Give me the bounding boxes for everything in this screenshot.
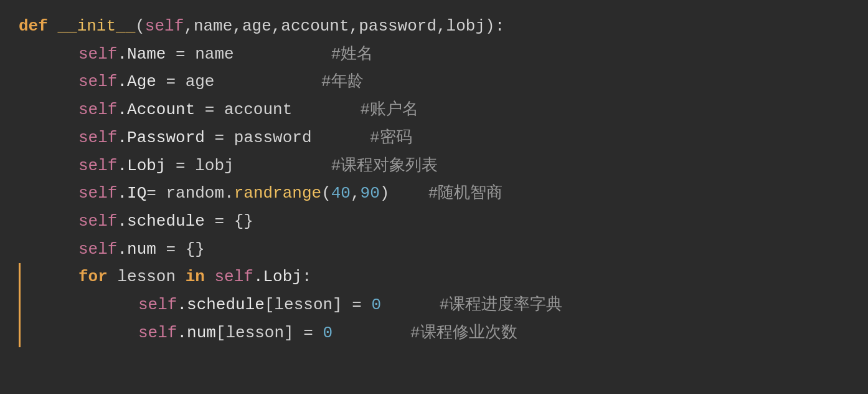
line-num-assign: self.num[lesson] = 0 #课程修业次数 bbox=[19, 319, 849, 347]
code-token-number-blue: 90 bbox=[361, 180, 380, 208]
code-token-param-white: age bbox=[242, 12, 271, 41]
code-token-attr-white: .num bbox=[177, 319, 215, 347]
code-token-op-white: , bbox=[184, 12, 194, 41]
code-token-op-white: , bbox=[436, 12, 446, 41]
code-token-op-white: = bbox=[205, 208, 234, 236]
code-token-number-blue: 0 bbox=[323, 319, 333, 347]
code-token-op-white: ] bbox=[333, 291, 342, 319]
code-token-op-white: = bbox=[294, 319, 323, 347]
code-token-attr-white: .Password bbox=[117, 124, 204, 152]
code-token-param-white: account bbox=[224, 96, 292, 124]
code-token-op-white: . bbox=[224, 180, 234, 208]
code-token-op-white: ( bbox=[321, 180, 331, 208]
code-token-comment-gray: #账户名 bbox=[292, 96, 418, 124]
code-token-fn-yellow: randrange bbox=[234, 180, 321, 208]
line-def: def __init__(self,name,age,account,passw… bbox=[19, 12, 849, 41]
code-token-param-white: lobj bbox=[195, 152, 234, 180]
code-token-op-white: [ bbox=[216, 319, 226, 347]
code-token-op-white: = bbox=[342, 291, 372, 319]
code-token-comment-gray: #课程对象列表 bbox=[234, 152, 438, 180]
code-token-self-pink: self bbox=[78, 236, 117, 264]
code-token-brace-white: {} bbox=[186, 236, 205, 264]
code-editor: def __init__(self,name,age,account,passw… bbox=[0, 0, 868, 394]
code-token-op-white: = bbox=[156, 68, 186, 96]
code-token-op-white: ) bbox=[380, 180, 390, 208]
code-token-comment-gray: #密码 bbox=[312, 124, 412, 152]
code-token-attr-white: .schedule bbox=[117, 208, 204, 236]
code-token-attr-white: .Name bbox=[117, 41, 166, 69]
code-token-param-white: lobj bbox=[446, 12, 485, 41]
line-lobj: self.Lobj = lobj #课程对象列表 bbox=[19, 152, 849, 180]
line-iq: self.IQ= random.randrange(40,90) #随机智商 bbox=[19, 180, 849, 208]
line-for: for lesson in self.Lobj: bbox=[19, 263, 849, 291]
code-token-param-white: password bbox=[359, 12, 436, 41]
code-token-module-white: random bbox=[166, 180, 224, 208]
code-token-op-white: = bbox=[205, 124, 234, 152]
code-token-op-white: ): bbox=[485, 12, 504, 41]
code-token-number-blue: 40 bbox=[331, 180, 351, 208]
code-token-self-pink: self bbox=[78, 124, 117, 152]
code-token-comment-gray: #姓名 bbox=[234, 41, 374, 69]
code-token-op-white: ( bbox=[135, 12, 145, 41]
line-account: self.Account = account #账户名 bbox=[19, 96, 849, 124]
code-token-self-pink: self bbox=[145, 12, 184, 41]
code-token-attr-white: .Account bbox=[117, 96, 195, 124]
code-token-comment-gray: #随机智商 bbox=[389, 180, 502, 208]
code-token-comment-gray: #年龄 bbox=[214, 68, 363, 96]
code-token-param-white: password bbox=[234, 124, 312, 152]
code-token-in-kw: in bbox=[186, 263, 215, 291]
code-token-op-white: = bbox=[146, 180, 166, 208]
code-token-self-pink: self bbox=[78, 41, 117, 69]
code-token-self-pink: self bbox=[78, 68, 117, 96]
code-token-comment-gray: #课程进度率字典 bbox=[381, 291, 562, 319]
line-password: self.Password = password #密码 bbox=[19, 124, 849, 152]
code-token-param-white: name bbox=[194, 12, 232, 41]
code-token-op-white: = bbox=[166, 152, 195, 180]
code-token-attr-white: .num bbox=[117, 236, 156, 264]
code-token-lesson-white: lesson bbox=[117, 263, 185, 291]
code-token-op-white: , bbox=[349, 12, 359, 41]
code-token-self-pink: self bbox=[78, 180, 117, 208]
line-schedule-assign: self.schedule[lesson] = 0 #课程进度率字典 bbox=[19, 291, 849, 319]
code-token-op-white: [ bbox=[265, 291, 275, 319]
code-token-brace-white: {} bbox=[234, 208, 253, 236]
code-token-self-pink: self bbox=[78, 208, 117, 236]
line-schedule: self.schedule = {} bbox=[19, 208, 849, 236]
code-token-self-pink: self bbox=[138, 319, 177, 347]
code-token-comment-gray: #课程修业次数 bbox=[333, 319, 517, 347]
code-token-op-white: , bbox=[351, 180, 361, 208]
code-token-self-pink: self bbox=[214, 263, 253, 291]
code-token-lesson-white: lesson bbox=[274, 291, 333, 319]
code-token-param-white: age bbox=[186, 68, 215, 96]
code-token-kw-orange: for bbox=[78, 263, 117, 291]
code-token-op-white: = bbox=[156, 236, 186, 264]
code-token-lesson-white: lesson bbox=[225, 319, 284, 347]
code-token-attr-white: .IQ bbox=[117, 180, 146, 208]
code-token-op-white: , bbox=[232, 12, 242, 41]
code-token-attr-white: .Lobj bbox=[117, 152, 166, 180]
line-num: self.num = {} bbox=[19, 236, 849, 264]
code-token-self-pink: self bbox=[138, 291, 177, 319]
code-token-op-white: , bbox=[271, 12, 281, 41]
code-token-op-white: ] bbox=[284, 319, 294, 347]
code-token-attr-white: .Age bbox=[117, 68, 156, 96]
code-token-param-white: account bbox=[281, 12, 349, 41]
code-token-param-white: name bbox=[195, 41, 234, 69]
code-token-op-white: = bbox=[166, 41, 195, 69]
code-token-self-pink: self bbox=[78, 96, 117, 124]
code-token-self-pink: self bbox=[78, 152, 117, 180]
line-name: self.Name = name #姓名 bbox=[19, 41, 849, 69]
code-token-op-white: = bbox=[195, 96, 224, 124]
line-age: self.Age = age #年龄 bbox=[19, 68, 849, 96]
code-token-fn-yellow: __init__ bbox=[57, 12, 135, 41]
code-token-number-blue: 0 bbox=[372, 291, 382, 319]
code-token-attr-white: .schedule bbox=[177, 291, 264, 319]
code-token-kw-orange: def bbox=[19, 12, 57, 41]
code-token-attr-white: .Lobj bbox=[253, 263, 302, 291]
code-token-op-white: : bbox=[302, 263, 312, 291]
